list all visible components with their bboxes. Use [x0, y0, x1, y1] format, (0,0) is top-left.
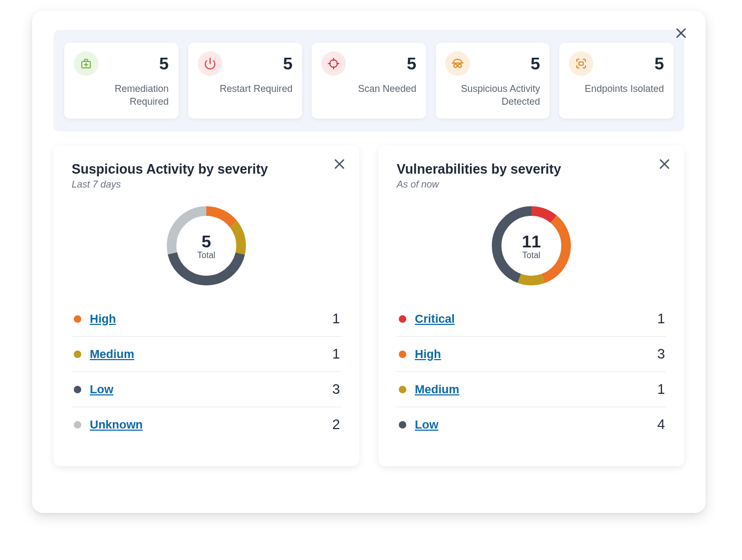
widget-title: Suspicious Activity by severity	[72, 161, 341, 177]
legend-dot-low	[74, 386, 81, 393]
legend-link-high[interactable]: High	[90, 312, 116, 326]
stat-card[interactable]: 5 Scan Needed	[312, 43, 426, 119]
legend-link-high[interactable]: High	[415, 347, 441, 361]
medkit-icon	[80, 57, 92, 70]
isolate-icon	[575, 57, 588, 70]
stat-top: 5	[321, 51, 416, 76]
legend-count: 1	[333, 310, 340, 327]
legend-count: 3	[658, 346, 665, 362]
severity-widget: Suspicious Activity by severity Last 7 d…	[53, 145, 359, 466]
donut-chart: 5 Total	[164, 203, 249, 289]
close-icon	[658, 157, 671, 171]
widget-close-button[interactable]	[331, 156, 347, 172]
close-panel-button[interactable]	[673, 25, 690, 42]
spy-icon	[451, 57, 464, 70]
medkit-icon-wrap	[74, 51, 98, 76]
donut-wrap: 11 Total	[397, 203, 666, 289]
donut-total: 5	[202, 232, 211, 252]
donut-total-label: Total	[197, 251, 215, 260]
legend-dot-low	[399, 421, 406, 429]
legend-count: 4	[658, 416, 665, 433]
stat-count: 5	[159, 54, 169, 74]
widgets-row: Suspicious Activity by severity Last 7 d…	[53, 145, 684, 466]
legend-count: 1	[333, 346, 340, 362]
stat-card[interactable]: 5 Suspicious Activity Detected	[436, 43, 550, 119]
legend-link-unknown[interactable]: Unknown	[90, 418, 143, 432]
donut-total: 11	[522, 232, 541, 252]
target-icon	[327, 57, 340, 70]
legend-row: High 3	[397, 337, 666, 372]
donut-total-label: Total	[522, 251, 540, 260]
legend-count: 2	[333, 416, 340, 433]
donut-wrap: 5 Total	[72, 203, 341, 289]
donut-center: 5 Total	[164, 203, 249, 289]
target-icon-wrap	[321, 51, 346, 76]
stat-label: Endpoints Isolated	[569, 82, 664, 95]
legend-link-low[interactable]: Low	[415, 418, 438, 432]
severity-widget: Vulnerabilities by severity As of now 11…	[378, 145, 684, 466]
stat-label: Scan Needed	[321, 82, 416, 95]
close-icon	[674, 26, 688, 40]
legend-dot-high	[74, 315, 81, 323]
donut-chart: 11 Total	[489, 203, 574, 289]
legend-count: 3	[333, 381, 340, 398]
legend-link-medium[interactable]: Medium	[415, 383, 459, 396]
legend-link-low[interactable]: Low	[90, 383, 113, 396]
status-banner: 5 Remediation Required 5 Restart Require…	[53, 30, 684, 131]
stat-count: 5	[654, 54, 664, 74]
stat-card[interactable]: 5 Restart Required	[188, 43, 303, 119]
svg-rect-15	[579, 62, 583, 65]
stat-top: 5	[569, 51, 664, 76]
stat-count: 5	[283, 54, 292, 74]
stat-count: 5	[407, 54, 416, 74]
legend-dot-high	[399, 351, 406, 358]
legend-link-critical[interactable]: Critical	[415, 312, 455, 326]
legend-count: 1	[658, 310, 665, 327]
widget-subtitle: Last 7 days	[72, 179, 341, 190]
svg-point-6	[330, 60, 337, 67]
legend-count: 1	[658, 381, 665, 398]
widget-close-button[interactable]	[656, 156, 673, 172]
spy-icon-wrap	[445, 51, 470, 76]
legend-dot-unknown	[74, 421, 81, 429]
widget-title: Vulnerabilities by severity	[397, 161, 666, 177]
legend-row: Medium 1	[397, 372, 666, 407]
power-icon	[204, 57, 217, 70]
legend-dot-medium	[399, 386, 406, 393]
close-icon	[333, 157, 346, 171]
stat-card[interactable]: 5 Remediation Required	[64, 43, 179, 119]
stat-top: 5	[74, 51, 169, 76]
stat-label: Suspicious Activity Detected	[445, 82, 540, 108]
legend-row: Medium 1	[72, 337, 341, 372]
stat-top: 5	[445, 51, 540, 76]
legend-row: High 1	[72, 301, 341, 337]
stat-count: 5	[531, 54, 540, 74]
power-icon-wrap	[198, 51, 222, 76]
donut-center: 11 Total	[489, 203, 574, 289]
dashboard-panel: 5 Remediation Required 5 Restart Require…	[32, 11, 706, 513]
stat-label: Remediation Required	[74, 82, 169, 108]
stat-label: Restart Required	[198, 82, 293, 95]
legend-row: Critical 1	[397, 301, 666, 337]
legend-row: Low 4	[397, 407, 666, 442]
legend-dot-critical	[399, 315, 406, 323]
stat-top: 5	[198, 51, 293, 76]
stat-card[interactable]: 5 Endpoints Isolated	[559, 43, 674, 119]
legend-link-medium[interactable]: Medium	[90, 347, 134, 361]
widget-subtitle: As of now	[397, 179, 666, 190]
legend-row: Low 3	[72, 372, 341, 407]
legend-row: Unknown 2	[72, 407, 341, 442]
isolate-icon-wrap	[569, 51, 593, 76]
legend-dot-medium	[74, 351, 81, 358]
